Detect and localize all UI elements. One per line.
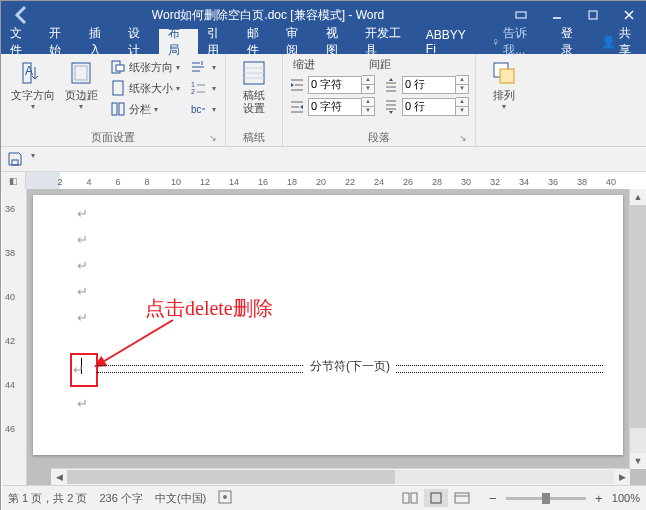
line-numbers-button[interactable]: 12▾: [187, 78, 219, 98]
indent-left: ▲▼: [289, 75, 375, 94]
group-paragraph: 缩进 间距 ▲▼ ▲▼: [283, 54, 476, 146]
svg-rect-23: [12, 160, 18, 165]
spacing-after-input[interactable]: [402, 98, 456, 116]
zoom-in-button[interactable]: +: [592, 491, 606, 506]
arrange-button[interactable]: 排列 ▾: [482, 57, 526, 113]
status-language[interactable]: 中文(中国): [155, 491, 206, 506]
tab-layout[interactable]: 布局: [159, 29, 198, 54]
indent-left-input[interactable]: [308, 76, 362, 94]
tab-design[interactable]: 设计: [119, 29, 158, 54]
status-page[interactable]: 第 1 页，共 2 页: [8, 491, 87, 506]
tab-insert[interactable]: 插入: [80, 29, 119, 54]
tab-file[interactable]: 文件: [1, 29, 40, 54]
scroll-up-icon[interactable]: ▲: [630, 189, 646, 205]
tell-me[interactable]: ♀告诉我...: [482, 29, 552, 54]
vertical-ruler[interactable]: 363840424446: [2, 189, 27, 485]
svg-rect-0: [516, 12, 526, 18]
chevron-down-icon: ▾: [212, 105, 216, 114]
chevron-down-icon: ▾: [154, 105, 158, 114]
orientation-button[interactable]: 纸张方向▾: [107, 57, 183, 77]
text-direction-button[interactable]: A 文字方向 ▾: [7, 57, 59, 113]
horizontal-ruler[interactable]: 246810121416182022242628303234363840: [26, 172, 646, 190]
share-button[interactable]: 👤共享: [592, 29, 646, 54]
spacing-after-icon: [383, 99, 399, 115]
save-icon[interactable]: [7, 151, 23, 167]
spacing-before-spinner[interactable]: ▲▼: [456, 75, 469, 94]
horizontal-scrollbar[interactable]: ◀ ▶: [51, 468, 630, 485]
document-area: 363840424446 ↵ ↵ ↵ ↵ ↵ 点击delete删除 ↵ 分节符(…: [2, 189, 646, 485]
status-words[interactable]: 236 个字: [99, 491, 142, 506]
back-icon[interactable]: [9, 3, 33, 27]
ribbon: A 文字方向 ▾ 页边距 ▾ 纸张方向▾ 纸张大小▾ 分栏▾ ▾ 12▾ bc▾…: [1, 54, 646, 147]
group-page-setup: A 文字方向 ▾ 页边距 ▾ 纸张方向▾ 纸张大小▾ 分栏▾ ▾ 12▾ bc▾…: [1, 54, 226, 146]
zoom-value[interactable]: 100%: [612, 492, 640, 504]
web-layout-button[interactable]: [450, 489, 474, 507]
read-mode-button[interactable]: [398, 489, 422, 507]
page[interactable]: ↵ ↵ ↵ ↵ ↵ 点击delete删除 ↵ 分节符(下一页) ↵: [33, 195, 623, 455]
tab-view[interactable]: 视图: [317, 29, 356, 54]
tab-abbyy[interactable]: ABBYY Fi: [417, 29, 482, 54]
scroll-left-icon[interactable]: ◀: [51, 469, 67, 485]
share-label: 共享: [619, 25, 639, 59]
hyphenation-button[interactable]: bc▾: [187, 99, 219, 119]
columns-icon: [110, 101, 126, 117]
tab-references[interactable]: 引用: [198, 29, 237, 54]
indent-sublabel: 缩进: [289, 57, 335, 74]
vertical-scrollbar[interactable]: ▲ ▼: [629, 189, 646, 469]
print-layout-button[interactable]: [424, 489, 448, 507]
group-label-paragraph: 段落↘: [289, 130, 469, 145]
qat-dropdown-icon[interactable]: ▾: [31, 151, 47, 167]
columns-button[interactable]: 分栏▾: [107, 99, 183, 119]
paragraph-mark: ↵: [77, 201, 603, 227]
svg-rect-8: [75, 66, 87, 80]
login-button[interactable]: 登录: [552, 29, 591, 54]
svg-text:A: A: [25, 64, 33, 78]
svg-point-26: [223, 495, 227, 499]
scroll-right-icon[interactable]: ▶: [614, 469, 630, 485]
indent-left-spinner[interactable]: ▲▼: [362, 75, 375, 94]
spacing-after-spinner[interactable]: ▲▼: [456, 97, 469, 116]
svg-rect-29: [431, 493, 441, 503]
arrange-label: 排列: [493, 89, 515, 102]
section-break-label: 分节符(下一页): [304, 358, 396, 375]
dialog-launcher-icon[interactable]: ↘: [207, 133, 219, 145]
ruler-corner[interactable]: ◧: [1, 172, 26, 190]
size-icon: [110, 80, 126, 96]
paragraph-mark: ↵: [77, 391, 88, 417]
indent-right-icon: [289, 99, 305, 115]
margins-icon: [67, 59, 95, 87]
share-icon: 👤: [601, 35, 616, 49]
indent-right-spinner[interactable]: ▲▼: [362, 97, 375, 116]
macro-icon[interactable]: [218, 490, 232, 506]
svg-text:2: 2: [191, 88, 195, 95]
spacing-before-icon: [383, 77, 399, 93]
svg-rect-2: [589, 11, 597, 19]
tab-developer[interactable]: 开发工具: [356, 29, 417, 54]
orientation-icon: [110, 59, 126, 75]
lightbulb-icon: ♀: [491, 35, 500, 49]
chevron-down-icon: ▾: [212, 84, 216, 93]
svg-rect-13: [119, 103, 124, 115]
chevron-down-icon: ▾: [176, 63, 180, 72]
indent-right-input[interactable]: [308, 98, 362, 116]
tab-mailings[interactable]: 邮件: [238, 29, 277, 54]
stationery-label: 稿纸 设置: [243, 89, 265, 115]
arrange-icon: [490, 59, 518, 87]
stationery-button[interactable]: 稿纸 设置: [232, 57, 276, 117]
stationery-icon: [240, 59, 268, 87]
breaks-button[interactable]: ▾: [187, 57, 219, 77]
tab-review[interactable]: 审阅: [277, 29, 316, 54]
document-scroll[interactable]: ↵ ↵ ↵ ↵ ↵ 点击delete删除 ↵ 分节符(下一页) ↵ ▲ ▼: [27, 189, 646, 485]
dialog-launcher-icon[interactable]: ↘: [457, 133, 469, 145]
zoom-out-button[interactable]: −: [486, 491, 500, 506]
tab-home[interactable]: 开始: [40, 29, 79, 54]
spacing-before-input[interactable]: [402, 76, 456, 94]
columns-label: 分栏: [129, 102, 151, 117]
text-direction-label: 文字方向: [11, 89, 55, 102]
margins-button[interactable]: 页边距 ▾: [59, 57, 103, 113]
zoom-slider[interactable]: [506, 497, 586, 500]
scroll-down-icon[interactable]: ▼: [630, 453, 646, 469]
size-button[interactable]: 纸张大小▾: [107, 78, 183, 98]
chevron-down-icon: ▾: [79, 102, 83, 111]
breaks-icon: [190, 59, 206, 75]
